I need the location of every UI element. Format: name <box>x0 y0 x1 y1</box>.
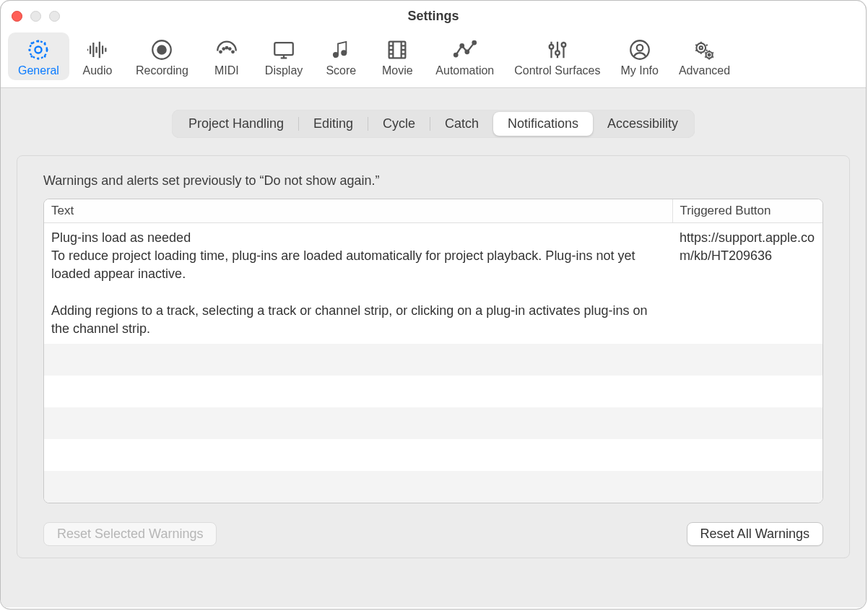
toolbar-item-score[interactable]: Score <box>313 32 369 80</box>
traffic-lights <box>12 11 60 22</box>
toolbar-item-label: Score <box>326 64 356 77</box>
toolbar-item-general[interactable]: General <box>8 32 69 80</box>
toolbar-item-label: Automation <box>435 64 494 77</box>
svg-point-7 <box>229 48 231 50</box>
svg-point-10 <box>334 53 338 57</box>
svg-point-14 <box>460 44 464 48</box>
music-notes-icon <box>328 37 354 63</box>
table-row[interactable] <box>44 376 823 407</box>
svg-point-0 <box>35 46 42 53</box>
toolbar-item-automation[interactable]: Automation <box>425 32 504 80</box>
svg-point-24 <box>706 52 713 58</box>
column-header-text[interactable]: Text <box>44 199 672 223</box>
titlebar: Settings <box>1 1 866 31</box>
table-row[interactable] <box>44 471 823 503</box>
sliders-icon <box>544 37 570 63</box>
svg-point-3 <box>158 46 166 53</box>
tab-project-handling[interactable]: Project Handling <box>174 112 298 136</box>
warnings-table: Text Triggered Button Plug-ins load as n… <box>43 199 823 503</box>
svg-point-22 <box>697 43 706 53</box>
tab-cycle[interactable]: Cycle <box>368 112 430 136</box>
svg-point-17 <box>550 45 554 49</box>
minimize-button[interactable] <box>30 11 41 22</box>
svg-rect-9 <box>274 43 293 55</box>
table-row[interactable]: Plug-ins load as needed To reduce projec… <box>44 223 823 344</box>
reset-all-button[interactable]: Reset All Warnings <box>687 522 823 546</box>
toolbar-item-label: Control Surfaces <box>514 64 600 77</box>
svg-point-5 <box>222 48 225 50</box>
toolbar-item-control-surfaces[interactable]: Control Surfaces <box>504 32 610 80</box>
svg-point-18 <box>555 51 560 55</box>
toolbar-item-label: Movie <box>382 64 413 77</box>
toolbar-item-recording[interactable]: Recording <box>126 32 199 80</box>
cell-triggered: https://support.apple.com/kb/HT209636 <box>672 223 823 344</box>
user-icon <box>627 37 653 63</box>
record-icon <box>149 37 175 63</box>
reset-selected-button[interactable]: Reset Selected Warnings <box>43 522 217 546</box>
cell-text: Plug-ins load as needed To reduce projec… <box>44 223 672 344</box>
svg-point-8 <box>232 51 234 53</box>
segmented-control: Project Handling Editing Cycle Catch Not… <box>172 110 695 138</box>
toolbar-item-label: My Info <box>620 64 658 77</box>
toolbar-item-label: Audio <box>82 64 112 77</box>
svg-point-11 <box>342 51 346 55</box>
toolbar-item-movie[interactable]: Movie <box>369 32 425 80</box>
tab-editing[interactable]: Editing <box>299 112 368 136</box>
column-header-triggered[interactable]: Triggered Button <box>672 199 823 223</box>
tab-accessibility[interactable]: Accessibility <box>593 112 693 136</box>
automation-icon <box>452 37 478 63</box>
toolbar-item-audio[interactable]: Audio <box>69 32 126 80</box>
svg-point-25 <box>708 54 711 56</box>
maximize-button[interactable] <box>49 11 60 22</box>
window-title: Settings <box>1 9 866 24</box>
svg-point-6 <box>226 47 228 49</box>
toolbar: General Audio Recording MIDI Display <box>1 31 866 87</box>
audio-wave-icon <box>84 37 110 63</box>
tab-catch[interactable]: Catch <box>430 112 493 136</box>
subtabs: Project Handling Editing Cycle Catch Not… <box>17 110 850 138</box>
toolbar-item-label: Display <box>265 64 303 77</box>
gears-icon <box>691 37 717 63</box>
toolbar-item-label: Advanced <box>679 64 730 77</box>
tab-notifications[interactable]: Notifications <box>493 112 593 136</box>
svg-point-16 <box>472 41 476 45</box>
toolbar-item-display[interactable]: Display <box>255 32 313 80</box>
close-button[interactable] <box>12 11 22 22</box>
table-row[interactable] <box>44 439 823 471</box>
svg-point-13 <box>454 53 458 57</box>
button-row: Reset Selected Warnings Reset All Warnin… <box>43 522 823 546</box>
display-icon <box>271 37 297 63</box>
film-icon <box>384 37 410 63</box>
notifications-panel: Warnings and alerts set previously to “D… <box>17 155 850 558</box>
gear-icon <box>25 37 51 63</box>
settings-window: Settings General Audio Recording MIDI <box>0 0 867 610</box>
table-row[interactable] <box>44 407 823 439</box>
toolbar-item-advanced[interactable]: Advanced <box>669 32 740 80</box>
svg-point-15 <box>465 51 469 54</box>
svg-point-23 <box>700 46 703 49</box>
svg-point-4 <box>220 51 222 53</box>
toolbar-item-label: Recording <box>136 64 188 77</box>
toolbar-item-label: MIDI <box>214 64 239 77</box>
table-row[interactable] <box>44 344 823 376</box>
svg-point-19 <box>562 43 566 47</box>
toolbar-item-midi[interactable]: MIDI <box>199 32 255 80</box>
notifications-description: Warnings and alerts set previously to “D… <box>43 173 823 188</box>
svg-point-21 <box>636 45 643 51</box>
body-pane: Project Handling Editing Cycle Catch Not… <box>1 87 866 607</box>
midi-icon <box>214 37 240 63</box>
toolbar-item-my-info[interactable]: My Info <box>610 32 668 80</box>
toolbar-item-label: General <box>18 64 59 77</box>
